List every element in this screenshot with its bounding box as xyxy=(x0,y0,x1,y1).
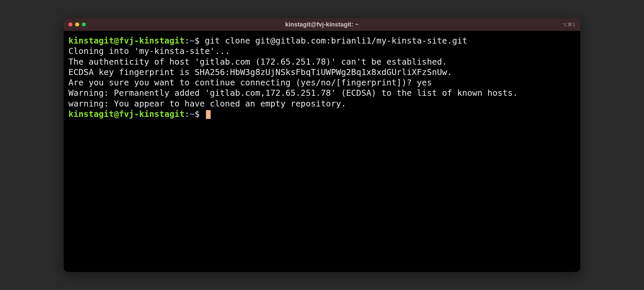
prompt-sign: $ xyxy=(195,36,205,46)
close-icon[interactable] xyxy=(68,22,72,26)
titlebar: kinstagit@fvj-kinstagit: ~ ⌥⌘1 xyxy=(64,18,580,31)
prompt-userhost: kinstagit@fvj-kinstagit xyxy=(68,109,184,119)
window-title: kinstagit@fvj-kinstagit: ~ xyxy=(64,21,580,28)
terminal-window: kinstagit@fvj-kinstagit: ~ ⌥⌘1 kinstagit… xyxy=(64,18,580,272)
output-line: The authenticity of host 'gitlab.com (17… xyxy=(68,57,447,67)
command-text: git clone git@gitlab.com:brianli1/my-kin… xyxy=(205,36,467,46)
prompt-sign: $ xyxy=(195,109,205,119)
output-line: Cloning into 'my-kinsta-site'... xyxy=(68,46,230,56)
terminal-body[interactable]: kinstagit@fvj-kinstagit:~$ git clone git… xyxy=(64,31,580,272)
prompt-path: ~ xyxy=(190,36,195,46)
output-line: Warning: Permanently added 'gitlab.com,1… xyxy=(68,88,518,98)
titlebar-shortcut-hint: ⌥⌘1 xyxy=(562,22,580,27)
minimize-icon[interactable] xyxy=(75,22,79,26)
maximize-icon[interactable] xyxy=(82,22,86,26)
prompt-separator: : xyxy=(184,109,190,119)
output-line: Are you sure you want to continue connec… xyxy=(68,78,432,87)
cursor-icon xyxy=(206,110,211,119)
output-line: warning: You appear to have cloned an em… xyxy=(68,99,346,108)
prompt-userhost: kinstagit@fvj-kinstagit xyxy=(68,36,184,46)
prompt-path: ~ xyxy=(190,109,195,119)
output-line: ECDSA key fingerprint is SHA256:HbW3g8zU… xyxy=(68,67,452,77)
prompt-separator: : xyxy=(184,36,190,46)
window-controls xyxy=(64,22,86,26)
